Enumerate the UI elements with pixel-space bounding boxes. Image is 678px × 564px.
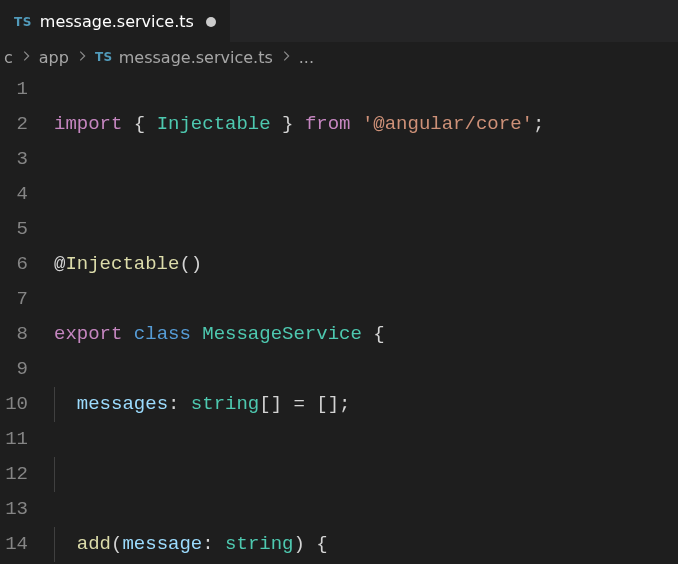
- line-number: 7: [0, 282, 28, 317]
- chevron-right-icon: [279, 48, 293, 67]
- line-number: 4: [0, 177, 28, 212]
- line-number: 14: [0, 527, 28, 562]
- line-number: 12: [0, 457, 28, 492]
- breadcrumb-item[interactable]: app: [39, 48, 69, 67]
- line-number: 11: [0, 422, 28, 457]
- line-number: 5: [0, 212, 28, 247]
- tab-message-service[interactable]: TS message.service.ts: [0, 0, 230, 42]
- line-number: 10: [0, 387, 28, 422]
- chevron-right-icon: [75, 48, 89, 67]
- tab-bar: TS message.service.ts: [0, 0, 678, 42]
- breadcrumb-more[interactable]: ...: [299, 48, 314, 67]
- typescript-icon: TS: [95, 50, 113, 64]
- breadcrumb[interactable]: c app TS message.service.ts ...: [0, 42, 678, 72]
- line-number: 6: [0, 247, 28, 282]
- line-number: 9: [0, 352, 28, 387]
- line-number: 8: [0, 317, 28, 352]
- line-number: 2: [0, 107, 28, 142]
- typescript-icon: TS: [14, 15, 32, 29]
- breadcrumb-item[interactable]: c: [4, 48, 13, 67]
- line-number: 13: [0, 492, 28, 527]
- code-area[interactable]: import { Injectable } from '@angular/cor…: [48, 72, 544, 564]
- unsaved-indicator-icon: [206, 17, 216, 27]
- chevron-right-icon: [19, 48, 33, 67]
- breadcrumb-item[interactable]: message.service.ts: [119, 48, 273, 67]
- tab-filename: message.service.ts: [40, 12, 194, 31]
- line-number: 1: [0, 72, 28, 107]
- line-number: 3: [0, 142, 28, 177]
- code-editor[interactable]: 1 2 3 4 5 6 7 8 9 10 11 12 13 14 import …: [0, 72, 678, 564]
- line-number-gutter: 1 2 3 4 5 6 7 8 9 10 11 12 13 14: [0, 72, 48, 564]
